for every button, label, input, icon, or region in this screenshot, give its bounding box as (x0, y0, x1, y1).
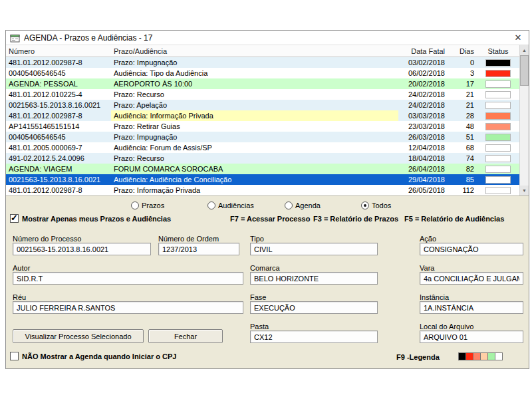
cell-status (477, 142, 519, 153)
cell-dias: 28 (448, 110, 477, 121)
col-prazo[interactable]: Prazo/Audiência (111, 45, 398, 57)
numero-ordem-label: Número de Ordem (158, 235, 219, 243)
radio-todos[interactable]: Todos (361, 201, 391, 209)
cell-dias: 68 (448, 142, 477, 153)
pasta-label: Pasta (250, 323, 269, 331)
cell-dias: 21 (448, 89, 477, 100)
cell-data-fatal: 06/02/2018 (398, 68, 448, 78)
radio-audiencias[interactable]: Audiências (207, 201, 254, 209)
acao-input[interactable] (420, 243, 523, 255)
radio-audiencias-dot (207, 201, 215, 209)
cell-data-fatal: 23/03/2018 (398, 121, 448, 132)
numero-ordem-input[interactable] (158, 243, 239, 255)
cell-dias: 51 (448, 132, 477, 142)
cell-prazo-audiencia: Prazo: Impugnação (111, 57, 398, 68)
numero-processo-input[interactable] (13, 243, 151, 255)
cell-prazo-audiencia: AEROPORTO ÀS 10:00 (111, 78, 398, 89)
local-arquivo-input[interactable] (420, 331, 523, 343)
close-icon[interactable]: ✕ (511, 33, 525, 43)
autor-input[interactable] (13, 272, 243, 285)
tipo-input[interactable] (250, 243, 378, 255)
cell-dias: 112 (448, 185, 477, 196)
table-row[interactable]: 0021563-15.2013.8.16.0021Audiência: Audi… (6, 174, 529, 185)
cell-prazo-audiencia: Audiência: Tipo da Audiência (111, 68, 398, 78)
table-row[interactable]: 481.01.2012.002987-8Prazo: Impugnação03/… (6, 57, 529, 68)
cell-dias: 82 (448, 164, 477, 174)
col-dias[interactable]: Dias (448, 45, 477, 57)
cell-numero: 481.01.2012.002987-8 (6, 110, 111, 121)
cell-prazo-audiencia: Audiência: Forum de Assis/SP (111, 142, 398, 153)
cell-dias: 85 (448, 174, 477, 185)
status-color-block (485, 59, 511, 66)
cell-status (477, 174, 519, 185)
numero-processo-label: Número do Processo (13, 235, 81, 243)
vertical-scrollbar[interactable]: ▲ ▼ (519, 45, 529, 196)
cell-prazo-audiencia: Audiência: Audiência de Conciliação (111, 174, 398, 185)
cell-prazo-audiencia: Prazo: Recurso (111, 89, 398, 100)
cell-prazo-audiencia: Prazo: Impugnação (111, 132, 398, 142)
radio-prazos-dot (131, 201, 139, 209)
scroll-down-icon[interactable]: ▼ (520, 186, 529, 196)
table-row[interactable]: AP141551465151514Prazo: Retirar Guias23/… (6, 121, 529, 132)
agenda-table: Número Prazo/Audiência Data Fatal Dias S… (6, 45, 529, 196)
cell-numero: 00405406546545 (6, 132, 111, 142)
fase-input[interactable] (250, 301, 378, 314)
cell-data-fatal: 26/04/2018 (398, 164, 448, 174)
fase-label: Fase (250, 293, 266, 301)
titlebar: AGENDA - Prazos e Audiências - 17 ✕ (6, 31, 529, 45)
scroll-up-icon[interactable]: ▲ (520, 45, 529, 55)
cell-prazo-audiencia: FORUM COMARCA SOROCABA (111, 164, 398, 174)
status-color-block (485, 176, 511, 184)
cell-status (477, 121, 519, 132)
cell-dias: 48 (448, 121, 477, 132)
f9-legend-label: F9 -Legenda (396, 353, 440, 361)
cell-status (477, 132, 519, 142)
scroll-thumb[interactable] (520, 55, 529, 86)
table-row[interactable]: AGENDA: VIAGEMFORUM COMARCA SOROCABA26/0… (6, 164, 529, 174)
cell-status (477, 57, 519, 68)
table-row[interactable]: 00405406546545Audiência: Tipo da Audiênc… (6, 68, 529, 78)
app-icon (10, 33, 20, 43)
radio-prazos[interactable]: Prazos (131, 201, 164, 209)
pasta-input[interactable] (250, 331, 378, 343)
col-numero[interactable]: Número (6, 45, 111, 57)
cell-data-fatal: 12/04/2018 (398, 142, 448, 153)
f3-hint: F3 = Relatório de Prazos (313, 215, 398, 223)
reu-input[interactable] (13, 301, 243, 314)
col-status[interactable]: Status (477, 45, 519, 57)
table-row[interactable]: AGENDA: PESSOALAEROPORTO ÀS 10:0020/02/2… (6, 78, 529, 89)
radio-todos-dot (361, 201, 369, 209)
desktop: AGENDA - Prazos e Audiências - 17 ✕ Núme… (0, 0, 532, 399)
table-row[interactable]: 481.01.2005.000069-7Audiência: Forum de … (6, 142, 529, 153)
table-body: 481.01.2012.002987-8Prazo: Impugnação03/… (6, 57, 529, 196)
table-row[interactable]: 491-02.2012.5.24.0096Prazo: Recurso18/04… (6, 153, 529, 164)
cell-prazo-audiencia: Audiência: Informação Privada (111, 110, 398, 121)
table-row[interactable]: 481.01.2012.010225-4Prazo: Recurso24/02/… (6, 89, 529, 100)
table-row[interactable]: 00405406546545Prazo: Impugnação26/03/201… (6, 132, 529, 142)
status-color-block (485, 80, 511, 88)
status-color-block (485, 112, 511, 120)
cell-dias: 21 (448, 100, 477, 110)
status-color-block (485, 144, 511, 152)
instancia-label: Instância (420, 293, 449, 301)
radio-agenda[interactable]: Agenda (285, 201, 321, 209)
visualizar-processo-button[interactable]: Visualizar Processo Selecionado (13, 329, 144, 343)
fechar-button[interactable]: Fechar (148, 329, 223, 343)
table-row[interactable]: 481.01.2012.002987-8Audiência: Informaçã… (6, 110, 529, 121)
cell-prazo-audiencia: Prazo: Informação Privada (111, 185, 398, 196)
vara-input[interactable] (420, 272, 523, 285)
cell-numero: 491-02.2012.5.24.0096 (6, 153, 111, 164)
table-row[interactable]: 481.01.2012.002987-8Prazo: Informação Pr… (6, 185, 529, 196)
cell-dias: 3 (448, 68, 477, 78)
table-row[interactable]: 0021563-15.2013.8.16.0021Prazo: Apelação… (6, 100, 529, 110)
cell-data-fatal: 20/02/2018 (398, 78, 448, 89)
status-color-block (485, 134, 511, 141)
comarca-input[interactable] (250, 272, 378, 285)
status-color-block (485, 102, 511, 109)
show-mine-checkbox[interactable] (10, 214, 19, 223)
col-data-fatal[interactable]: Data Fatal (398, 45, 448, 57)
instancia-input[interactable] (420, 301, 523, 314)
status-color-block (485, 166, 511, 173)
no-show-agenda-checkbox[interactable] (10, 352, 19, 360)
cell-status (477, 164, 519, 174)
